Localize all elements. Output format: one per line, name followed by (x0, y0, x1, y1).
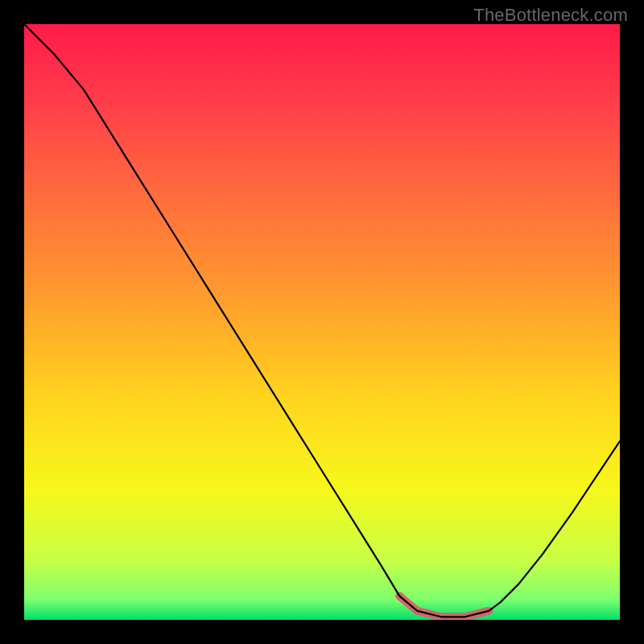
plot-frame (24, 24, 620, 620)
gradient-background (24, 24, 620, 620)
watermark-text: TheBottleneck.com (473, 5, 628, 26)
plot-svg (24, 24, 620, 620)
chart-stage: TheBottleneck.com (0, 0, 644, 644)
